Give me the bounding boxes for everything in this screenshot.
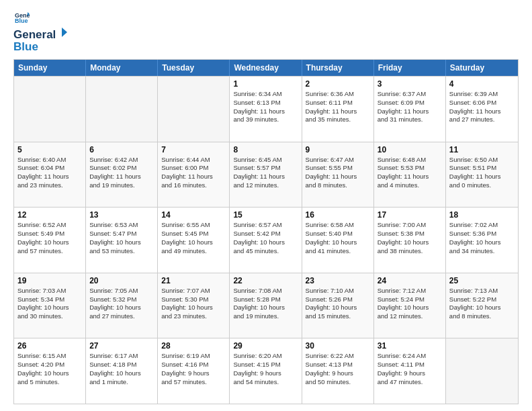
day-info: Sunrise: 6:19 AM Sunset: 4:16 PM Dayligh… [161, 352, 226, 386]
day-info: Sunrise: 6:39 AM Sunset: 6:06 PM Dayligh… [449, 90, 515, 124]
calendar-cell-day-25: 25Sunrise: 7:13 AM Sunset: 5:22 PM Dayli… [446, 273, 518, 338]
calendar-cell-day-8: 8Sunrise: 6:45 AM Sunset: 5:57 PM Daylig… [230, 142, 302, 208]
svg-marker-3 [62, 28, 67, 37]
calendar-body: 1Sunrise: 6:34 AM Sunset: 6:13 PM Daylig… [14, 76, 518, 404]
calendar-cell-day-19: 19Sunrise: 7:03 AM Sunset: 5:34 PM Dayli… [14, 273, 86, 338]
day-number: 8 [233, 145, 298, 154]
calendar-cell-day-24: 24Sunrise: 7:12 AM Sunset: 5:24 PM Dayli… [374, 273, 446, 338]
day-info: Sunrise: 6:24 AM Sunset: 4:11 PM Dayligh… [378, 352, 442, 386]
calendar-cell-day-29: 29Sunrise: 6:20 AM Sunset: 4:15 PM Dayli… [230, 338, 302, 404]
svg-text:Blue: Blue [15, 17, 28, 24]
calendar-row-3: 19Sunrise: 7:03 AM Sunset: 5:34 PM Dayli… [14, 273, 518, 338]
day-info: Sunrise: 6:34 AM Sunset: 6:13 PM Dayligh… [233, 90, 298, 124]
calendar-cell-day-20: 20Sunrise: 7:05 AM Sunset: 5:32 PM Dayli… [86, 273, 158, 338]
calendar-row-2: 12Sunrise: 6:52 AM Sunset: 5:49 PM Dayli… [14, 207, 518, 273]
calendar-cell-day-2: 2Sunrise: 6:36 AM Sunset: 6:11 PM Daylig… [302, 77, 374, 142]
calendar-cell-day-7: 7Sunrise: 6:44 AM Sunset: 6:00 PM Daylig… [158, 142, 230, 208]
day-number: 26 [17, 341, 82, 351]
day-info: Sunrise: 6:42 AM Sunset: 6:02 PM Dayligh… [89, 156, 154, 190]
day-info: Sunrise: 7:12 AM Sunset: 5:24 PM Dayligh… [378, 287, 442, 321]
day-number: 20 [89, 276, 154, 285]
day-info: Sunrise: 6:55 AM Sunset: 5:45 PM Dayligh… [161, 221, 226, 255]
calendar-cell-empty-4-6 [446, 338, 518, 404]
day-info: Sunrise: 6:17 AM Sunset: 4:18 PM Dayligh… [89, 352, 154, 386]
header: General Blue General Blue [13, 11, 519, 54]
calendar-cell-empty-0-0 [14, 77, 86, 142]
day-info: Sunrise: 6:15 AM Sunset: 4:20 PM Dayligh… [17, 352, 82, 386]
day-number: 30 [306, 341, 370, 351]
day-number: 24 [378, 276, 442, 285]
calendar-cell-day-22: 22Sunrise: 7:08 AM Sunset: 5:28 PM Dayli… [230, 273, 302, 338]
logo-general: General [13, 28, 56, 42]
calendar-cell-day-28: 28Sunrise: 6:19 AM Sunset: 4:16 PM Dayli… [158, 338, 230, 404]
calendar-header: SundayMondayTuesdayWednesdayThursdayFrid… [14, 60, 518, 76]
day-number: 25 [449, 276, 515, 285]
page: General Blue General Blue SundayMondayTu… [0, 0, 532, 411]
day-info: Sunrise: 7:13 AM Sunset: 5:22 PM Dayligh… [449, 287, 515, 321]
day-info: Sunrise: 6:44 AM Sunset: 6:00 PM Dayligh… [161, 156, 226, 190]
header-day-sunday: Sunday [14, 60, 86, 76]
calendar-cell-day-21: 21Sunrise: 7:07 AM Sunset: 5:30 PM Dayli… [158, 273, 230, 338]
calendar-cell-day-16: 16Sunrise: 6:58 AM Sunset: 5:40 PM Dayli… [302, 208, 374, 273]
calendar: SundayMondayTuesdayWednesdayThursdayFrid… [13, 59, 519, 404]
header-day-wednesday: Wednesday [230, 60, 302, 76]
logo: General Blue General Blue [13, 11, 69, 54]
day-info: Sunrise: 6:52 AM Sunset: 5:49 PM Dayligh… [17, 221, 82, 255]
day-info: Sunrise: 7:08 AM Sunset: 5:28 PM Dayligh… [233, 287, 298, 321]
day-info: Sunrise: 6:53 AM Sunset: 5:47 PM Dayligh… [89, 221, 154, 255]
calendar-cell-day-26: 26Sunrise: 6:15 AM Sunset: 4:20 PM Dayli… [14, 338, 86, 404]
day-number: 9 [306, 145, 370, 154]
calendar-cell-day-18: 18Sunrise: 7:02 AM Sunset: 5:36 PM Dayli… [446, 208, 518, 273]
calendar-cell-day-6: 6Sunrise: 6:42 AM Sunset: 6:02 PM Daylig… [86, 142, 158, 208]
day-info: Sunrise: 6:57 AM Sunset: 5:42 PM Dayligh… [233, 221, 298, 255]
day-number: 3 [378, 79, 442, 89]
header-day-monday: Monday [86, 60, 158, 76]
calendar-cell-day-1: 1Sunrise: 6:34 AM Sunset: 6:13 PM Daylig… [230, 77, 302, 142]
day-number: 27 [89, 341, 154, 351]
day-number: 15 [233, 210, 298, 220]
day-number: 10 [378, 145, 442, 154]
calendar-cell-empty-0-1 [86, 77, 158, 142]
calendar-cell-day-5: 5Sunrise: 6:40 AM Sunset: 6:04 PM Daylig… [14, 142, 86, 208]
calendar-cell-day-10: 10Sunrise: 6:48 AM Sunset: 5:53 PM Dayli… [374, 142, 446, 208]
calendar-cell-day-27: 27Sunrise: 6:17 AM Sunset: 4:18 PM Dayli… [86, 338, 158, 404]
day-info: Sunrise: 7:00 AM Sunset: 5:38 PM Dayligh… [378, 221, 442, 255]
day-info: Sunrise: 6:20 AM Sunset: 4:15 PM Dayligh… [233, 352, 298, 386]
calendar-cell-day-14: 14Sunrise: 6:55 AM Sunset: 5:45 PM Dayli… [158, 208, 230, 273]
day-number: 17 [378, 210, 442, 220]
day-info: Sunrise: 6:37 AM Sunset: 6:09 PM Dayligh… [378, 90, 442, 124]
day-info: Sunrise: 6:48 AM Sunset: 5:53 PM Dayligh… [378, 156, 442, 190]
day-info: Sunrise: 7:10 AM Sunset: 5:26 PM Dayligh… [306, 287, 370, 321]
logo-icon: General Blue [15, 11, 30, 26]
header-day-tuesday: Tuesday [158, 60, 230, 76]
calendar-cell-day-23: 23Sunrise: 7:10 AM Sunset: 5:26 PM Dayli… [302, 273, 374, 338]
day-info: Sunrise: 7:02 AM Sunset: 5:36 PM Dayligh… [449, 221, 515, 255]
day-number: 6 [89, 145, 154, 154]
day-number: 23 [306, 276, 370, 285]
day-info: Sunrise: 6:36 AM Sunset: 6:11 PM Dayligh… [306, 90, 370, 124]
header-day-thursday: Thursday [302, 60, 374, 76]
calendar-cell-day-11: 11Sunrise: 6:50 AM Sunset: 5:51 PM Dayli… [446, 142, 518, 208]
day-info: Sunrise: 6:50 AM Sunset: 5:51 PM Dayligh… [449, 156, 515, 190]
day-info: Sunrise: 7:07 AM Sunset: 5:30 PM Dayligh… [161, 287, 226, 321]
day-number: 18 [449, 210, 515, 220]
day-number: 4 [449, 79, 515, 89]
day-number: 31 [378, 341, 442, 351]
calendar-cell-day-3: 3Sunrise: 6:37 AM Sunset: 6:09 PM Daylig… [374, 77, 446, 142]
day-number: 22 [233, 276, 298, 285]
calendar-cell-day-9: 9Sunrise: 6:47 AM Sunset: 5:55 PM Daylig… [302, 142, 374, 208]
calendar-row-4: 26Sunrise: 6:15 AM Sunset: 4:20 PM Dayli… [14, 338, 518, 404]
calendar-cell-empty-0-2 [158, 77, 230, 142]
day-number: 1 [233, 79, 298, 89]
calendar-cell-day-17: 17Sunrise: 7:00 AM Sunset: 5:38 PM Dayli… [374, 208, 446, 273]
day-info: Sunrise: 7:05 AM Sunset: 5:32 PM Dayligh… [89, 287, 154, 321]
calendar-row-0: 1Sunrise: 6:34 AM Sunset: 6:13 PM Daylig… [14, 76, 518, 142]
day-info: Sunrise: 6:58 AM Sunset: 5:40 PM Dayligh… [306, 221, 370, 255]
day-number: 7 [161, 145, 226, 154]
calendar-cell-day-31: 31Sunrise: 6:24 AM Sunset: 4:11 PM Dayli… [374, 338, 446, 404]
day-number: 11 [449, 145, 515, 154]
day-number: 5 [17, 145, 82, 154]
day-number: 29 [233, 341, 298, 351]
day-number: 19 [17, 276, 82, 285]
logo-blue: Blue [13, 40, 69, 54]
